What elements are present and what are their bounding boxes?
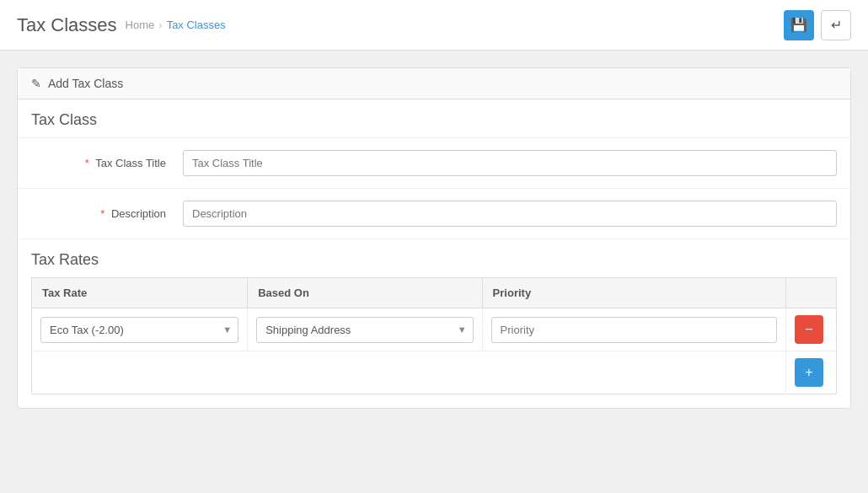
col-tax-rate: Tax Rate bbox=[32, 278, 248, 308]
breadcrumb: Home › Tax Classes bbox=[126, 19, 226, 31]
main-content: ✎ Add Tax Class Tax Class * Tax Class Ti… bbox=[0, 51, 868, 439]
page-title: Tax Classes bbox=[17, 14, 117, 36]
required-star-title: * bbox=[85, 157, 89, 169]
tax-rates-section-title: Tax Rates bbox=[18, 239, 850, 277]
description-label-text: Description bbox=[111, 207, 166, 220]
tax-class-section-title: Tax Class bbox=[18, 99, 850, 138]
tax-class-title-label-text: Tax Class Title bbox=[95, 157, 166, 169]
tax-class-title-input[interactable] bbox=[183, 150, 837, 176]
pencil-icon: ✎ bbox=[31, 77, 41, 90]
table-header-row: Tax Rate Based On Priority bbox=[32, 278, 837, 308]
plus-icon: + bbox=[805, 365, 812, 380]
tax-class-section: Tax Class * Tax Class Title * Descriptio… bbox=[18, 99, 850, 239]
breadcrumb-separator: › bbox=[158, 19, 162, 31]
breadcrumb-home[interactable]: Home bbox=[126, 19, 155, 31]
tax-class-title-group: * Tax Class Title bbox=[18, 138, 850, 189]
top-bar-left: Tax Classes Home › Tax Classes bbox=[17, 14, 226, 36]
description-input[interactable] bbox=[183, 201, 837, 227]
col-actions bbox=[786, 278, 837, 308]
tax-rates-section: Tax Rates Tax Rate Based On Priority bbox=[18, 239, 850, 408]
col-priority: Priority bbox=[482, 278, 785, 308]
add-row-spacer bbox=[32, 351, 786, 394]
table-row: Eco Tax (-2.00) Standard Tax Reduced Tax… bbox=[32, 308, 837, 351]
top-bar: Tax Classes Home › Tax Classes 💾 ↵ bbox=[0, 0, 868, 51]
card-header-title: Add Tax Class bbox=[48, 77, 123, 90]
back-icon: ↵ bbox=[831, 17, 842, 33]
rates-section: Tax Rate Based On Priority bbox=[18, 277, 850, 408]
top-bar-right: 💾 ↵ bbox=[784, 10, 851, 40]
required-star-desc: * bbox=[100, 207, 104, 220]
tax-rate-select-wrap: Eco Tax (-2.00) Standard Tax Reduced Tax… bbox=[40, 317, 238, 343]
action-cell-delete: − bbox=[786, 308, 837, 351]
breadcrumb-current: Tax Classes bbox=[167, 19, 226, 31]
back-button[interactable]: ↵ bbox=[821, 10, 851, 40]
col-based-on: Based On bbox=[248, 278, 482, 308]
priority-input[interactable] bbox=[491, 317, 777, 343]
priority-cell bbox=[482, 308, 785, 351]
add-row: + bbox=[32, 351, 837, 394]
save-icon: 💾 bbox=[790, 17, 807, 33]
rates-table: Tax Rate Based On Priority bbox=[31, 277, 837, 394]
tax-rate-cell: Eco Tax (-2.00) Standard Tax Reduced Tax… bbox=[32, 308, 248, 351]
description-group: * Description bbox=[18, 189, 850, 239]
based-on-select-wrap: Shipping Address Billing Address Store A… bbox=[256, 317, 473, 343]
action-cell-add: + bbox=[786, 351, 837, 394]
card-header: ✎ Add Tax Class bbox=[18, 68, 850, 99]
tax-class-title-label: * Tax Class Title bbox=[31, 157, 183, 169]
minus-icon: − bbox=[805, 322, 812, 337]
based-on-cell: Shipping Address Billing Address Store A… bbox=[248, 308, 482, 351]
add-row-button[interactable]: + bbox=[795, 358, 823, 387]
description-label: * Description bbox=[31, 207, 183, 220]
save-button[interactable]: 💾 bbox=[784, 10, 814, 40]
tax-rate-select[interactable]: Eco Tax (-2.00) Standard Tax Reduced Tax bbox=[40, 317, 238, 343]
main-card: ✎ Add Tax Class Tax Class * Tax Class Ti… bbox=[17, 67, 851, 409]
delete-row-button[interactable]: − bbox=[795, 315, 823, 344]
based-on-select[interactable]: Shipping Address Billing Address Store A… bbox=[256, 317, 473, 343]
